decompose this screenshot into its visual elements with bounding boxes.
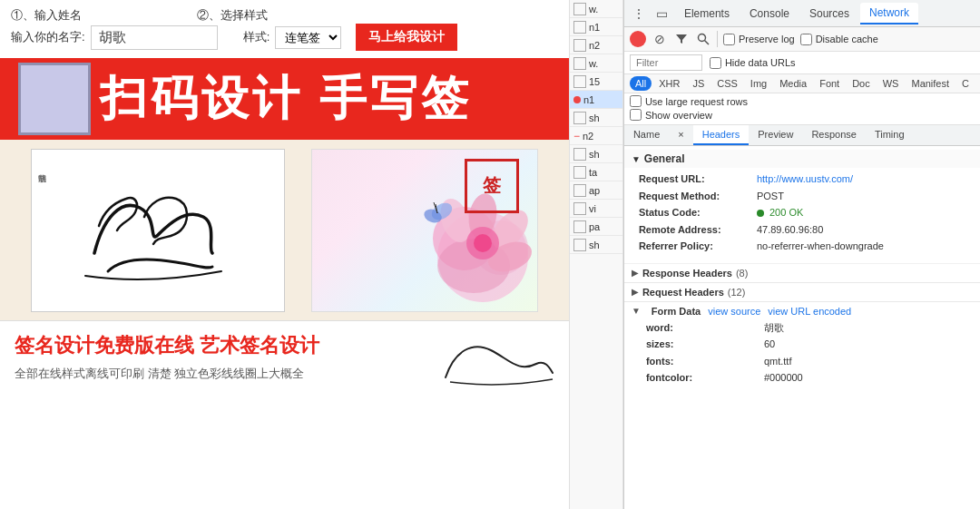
cursor-icon[interactable]: ⋮ — [628, 3, 650, 24]
details-tab-name[interactable]: Name — [624, 125, 669, 145]
remote-address-row: Remote Address: 47.89.60.96:80 — [639, 222, 965, 238]
bottom-signature-preview — [436, 332, 554, 387]
net-row-vi[interactable]: vi — [570, 200, 622, 218]
tab-sources[interactable]: Sources — [800, 4, 858, 24]
type-tab-font[interactable]: Font — [814, 76, 845, 91]
details-tab-preview[interactable]: Preview — [749, 125, 802, 145]
form-fontcolor-row: fontcolor: #000000 — [646, 370, 973, 386]
form-data-content: word: 胡歌 sizes: 60 fonts: qmt.ttf fontco… — [632, 320, 973, 386]
net-row-n1a[interactable]: n1 — [570, 18, 622, 36]
status-code-row: Status Code: 200 OK — [639, 205, 965, 220]
preserve-log-checkbox[interactable]: Preserve log — [723, 34, 795, 45]
request-method-val: POST — [757, 189, 784, 204]
net-row-pa[interactable]: pa — [570, 218, 622, 236]
svg-point-9 — [474, 234, 492, 252]
net-row-15[interactable]: 15 — [570, 73, 622, 91]
request-method-row: Request Method: POST — [639, 189, 965, 204]
request-url-key: Request URL: — [639, 171, 757, 187]
type-tab-doc[interactable]: Doc — [847, 76, 876, 91]
search-icon[interactable] — [695, 31, 711, 47]
tab-console[interactable]: Console — [740, 4, 799, 24]
name-label: 输入你的名字: — [11, 29, 85, 45]
form-data-arrow: ▼ — [632, 306, 641, 316]
form-fontcolor-val: #000000 — [764, 370, 803, 386]
design-button[interactable]: 马上给我设计 — [356, 24, 457, 51]
large-rows-option[interactable]: Use large request rows — [630, 95, 975, 107]
net-row-sh1[interactable]: sh — [570, 109, 622, 127]
request-headers-title: Request Headers — [642, 287, 724, 298]
filter-bar: Hide data URLs — [624, 52, 980, 74]
general-section-header[interactable]: ▼ General — [624, 150, 980, 168]
response-headers-section: ▶ Response Headers (8) — [624, 264, 980, 283]
referrer-policy-val: no-referrer-when-downgrade — [757, 239, 884, 254]
disable-cache-input[interactable] — [800, 34, 812, 45]
response-headers-header[interactable]: ▶ Response Headers (8) — [624, 264, 980, 282]
net-row-ta[interactable]: ta — [570, 163, 622, 181]
type-tab-js[interactable]: JS — [687, 76, 710, 91]
type-tab-manifest[interactable]: Manifest — [906, 76, 955, 91]
net-row-w1[interactable]: w. — [570, 0, 622, 18]
large-rows-checkbox[interactable] — [630, 95, 642, 107]
referrer-policy-key: Referrer Policy: — [639, 239, 757, 254]
type-tab-other[interactable]: C — [956, 76, 975, 91]
net-row-sh3[interactable]: sh — [570, 236, 622, 254]
tab-network[interactable]: Network — [860, 3, 918, 24]
type-tab-img[interactable]: Img — [745, 76, 772, 91]
tab-elements[interactable]: Elements — [675, 4, 739, 24]
style-select[interactable]: 连笔签 艺术签 行书 草书 — [275, 26, 341, 49]
type-tab-xhr[interactable]: XHR — [653, 76, 685, 91]
hide-data-urls-label[interactable]: Hide data URLs — [710, 57, 796, 69]
details-tab-timing[interactable]: Timing — [866, 125, 914, 145]
name-input[interactable] — [91, 25, 218, 50]
type-tab-css[interactable]: CSS — [711, 76, 743, 91]
filter-icon[interactable] — [673, 31, 690, 47]
view-url-encoded-link[interactable]: view URL encoded — [768, 306, 851, 317]
response-headers-arrow: ▶ — [632, 268, 639, 278]
options-row: Use large request rows Show overview — [624, 93, 980, 125]
form-data-section: ▼ Form Data view source view URL encoded… — [624, 302, 980, 391]
details-tabs: Name × Headers Preview Response Timing — [624, 125, 980, 146]
show-overview-label: Show overview — [645, 110, 712, 121]
svg-point-14 — [698, 34, 705, 42]
hide-data-urls-checkbox[interactable] — [710, 57, 721, 69]
net-row-n2b[interactable]: n2 — [570, 127, 622, 145]
response-headers-title: Response Headers — [642, 268, 732, 279]
net-row-n1b[interactable]: n1 — [570, 91, 622, 109]
details-content: ▼ General Request URL: http://www.uustv.… — [624, 146, 980, 509]
preserve-log-label: Preserve log — [739, 34, 795, 44]
details-tab-response[interactable]: Response — [802, 125, 866, 145]
form-fonts-row: fonts: qmt.ttf — [646, 354, 973, 369]
show-overview-checkbox[interactable] — [630, 109, 642, 121]
general-title: General — [644, 152, 685, 165]
filter-input[interactable] — [630, 54, 702, 71]
stop-icon[interactable]: ⊘ — [652, 31, 668, 47]
request-headers-section: ▶ Request Headers (12) — [624, 283, 980, 302]
net-row-sh2[interactable]: sh — [570, 145, 622, 163]
remote-address-key: Remote Address: — [639, 222, 757, 238]
type-tab-all[interactable]: All — [630, 76, 652, 91]
form-data-title: Form Data — [652, 306, 701, 317]
net-row-n2a[interactable]: n2 — [570, 36, 622, 54]
details-tab-x[interactable]: × — [669, 125, 692, 145]
net-row-w2[interactable]: w. — [570, 54, 622, 73]
request-method-key: Request Method: — [639, 189, 757, 204]
net-row-ap[interactable]: ap — [570, 181, 622, 200]
devtools-tabs: ⋮ ▭ Elements Console Sources Network — [624, 0, 980, 27]
remote-address-val: 47.89.60.96:80 — [757, 222, 823, 238]
toolbar-divider — [717, 31, 718, 47]
record-button[interactable] — [630, 31, 646, 47]
type-tab-media[interactable]: Media — [774, 76, 812, 91]
disable-cache-checkbox[interactable]: Disable cache — [800, 34, 878, 45]
type-tab-ws[interactable]: WS — [877, 76, 905, 91]
request-url-val[interactable]: http://www.uustv.com/ — [757, 171, 853, 187]
request-headers-header[interactable]: ▶ Request Headers (12) — [624, 283, 980, 301]
show-overview-option[interactable]: Show overview — [630, 109, 975, 121]
status-dot — [757, 210, 764, 217]
view-source-link[interactable]: view source — [708, 306, 760, 317]
devtools-panel: ⋮ ▭ Elements Console Sources Network ⊘ P… — [623, 0, 980, 509]
signature-left: 胡歌书法 — [31, 149, 285, 312]
preserve-log-input[interactable] — [723, 34, 735, 45]
signature-right: 签 — [311, 149, 538, 312]
details-tab-headers[interactable]: Headers — [693, 125, 750, 145]
device-icon[interactable]: ▭ — [652, 3, 673, 24]
